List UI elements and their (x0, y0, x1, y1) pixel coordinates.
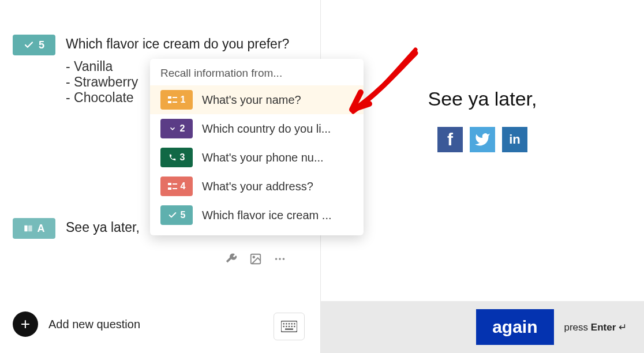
chevron-down-icon (169, 125, 177, 133)
recall-item[interactable]: 2Which country do you li... (150, 114, 364, 143)
recall-item-number: 3 (180, 152, 185, 163)
svg-rect-15 (289, 326, 290, 327)
question-text: Which flavor ice cream do you prefer? (66, 35, 289, 53)
recall-item-badge: 2 (160, 119, 193, 138)
again-button[interactable]: again (476, 309, 553, 345)
twitter-icon[interactable] (470, 127, 495, 152)
recall-item-badge: 1 (160, 90, 193, 110)
svg-point-3 (253, 256, 254, 258)
svg-point-6 (283, 258, 285, 260)
recall-item[interactable]: 3What's your phone nu... (150, 143, 364, 172)
recall-item-label: What's your phone nu... (202, 151, 324, 164)
svg-rect-18 (285, 329, 293, 330)
linkedin-icon[interactable]: in (502, 127, 527, 152)
recall-item-number: 1 (181, 95, 186, 105)
svg-rect-16 (291, 326, 293, 327)
recall-popup: Recall information from... 1What's your … (150, 59, 364, 235)
add-question-label: Add new question (48, 318, 140, 331)
ending-text: See ya later, (66, 218, 140, 239)
more-icon[interactable] (274, 253, 286, 265)
recall-item-label: What's your name? (202, 93, 301, 107)
recall-item-label: Which country do you li... (202, 122, 331, 136)
keyboard-button[interactable] (274, 313, 305, 340)
form-icon (168, 183, 177, 190)
recall-item-badge: 3 (160, 148, 193, 167)
plus-icon[interactable]: + (13, 311, 38, 337)
svg-rect-12 (294, 323, 295, 324)
svg-rect-24 (173, 183, 177, 185)
check-icon (24, 40, 34, 50)
check-icon (168, 211, 177, 220)
preview-pane: See ya later, f in again press Enter ↵ (320, 0, 644, 353)
recall-item-label: What's your address? (202, 180, 313, 193)
svg-point-4 (275, 258, 278, 260)
svg-rect-23 (168, 183, 171, 185)
recall-popup-title: Recall information from... (150, 67, 364, 85)
block-toolbar (225, 253, 286, 265)
recall-item[interactable]: 4What's your address? (150, 172, 364, 201)
phone-icon (169, 153, 177, 162)
recall-item-badge: 4 (160, 176, 193, 196)
svg-rect-9 (286, 323, 287, 324)
svg-rect-22 (173, 102, 177, 103)
recall-item-number: 5 (181, 210, 186, 220)
question-number: 5 (39, 39, 44, 51)
ending-letter: A (38, 223, 45, 235)
layout-icon (24, 224, 33, 233)
svg-rect-20 (173, 97, 177, 98)
wrench-icon[interactable] (225, 253, 238, 265)
recall-item-label: Which flavor ice cream ... (202, 209, 332, 222)
svg-rect-11 (291, 323, 293, 324)
svg-point-5 (279, 258, 281, 260)
social-row: f in (321, 127, 644, 152)
recall-item[interactable]: 5Which flavor ice cream ... (150, 201, 364, 230)
svg-rect-25 (168, 187, 171, 190)
recall-item-badge: 5 (160, 205, 193, 225)
svg-rect-10 (289, 323, 290, 324)
svg-rect-8 (283, 323, 284, 324)
editor-pane: 5 Which flavor ice cream do you prefer? … (0, 0, 320, 353)
svg-rect-1 (28, 226, 32, 232)
ending-badge: A (13, 218, 55, 239)
preview-footer: again press Enter ↵ (321, 301, 644, 353)
press-enter-hint: press Enter ↵ (564, 321, 627, 333)
image-icon[interactable] (249, 253, 262, 265)
recall-item-number: 4 (181, 181, 186, 191)
svg-rect-19 (168, 96, 171, 99)
svg-rect-26 (173, 188, 177, 189)
form-icon (168, 96, 177, 103)
svg-rect-21 (168, 101, 171, 103)
recall-item-number: 2 (180, 123, 185, 134)
svg-rect-13 (283, 326, 284, 327)
facebook-icon[interactable]: f (437, 127, 463, 152)
recall-item[interactable]: 1What's your name? (150, 85, 364, 114)
svg-rect-0 (24, 226, 27, 232)
question-badge: 5 (13, 35, 55, 55)
recall-list: 1What's your name?2Which country do you … (150, 85, 364, 230)
svg-rect-14 (286, 326, 287, 327)
preview-headline: See ya later, (321, 88, 644, 110)
svg-rect-17 (294, 326, 295, 327)
add-question-row[interactable]: + Add new question (13, 311, 140, 337)
